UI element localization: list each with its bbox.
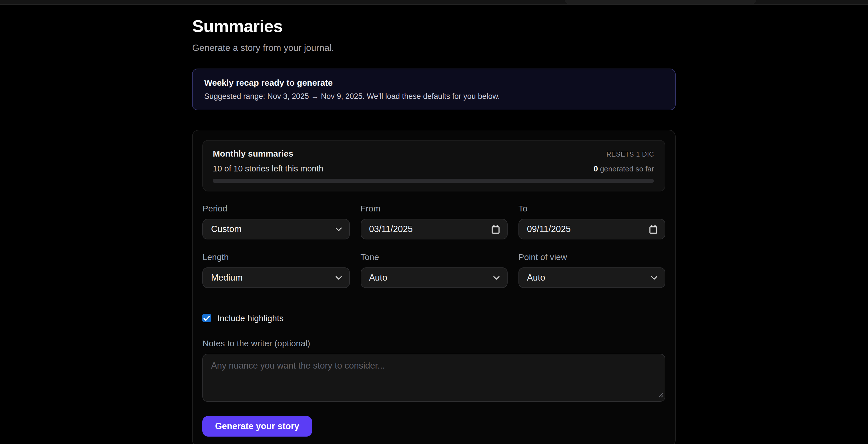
- chevron-down-icon: [493, 276, 500, 280]
- to-date-value: 09/11/2025: [527, 224, 571, 234]
- tone-select[interactable]: Auto: [361, 267, 507, 288]
- include-highlights-row: Include highlights: [203, 313, 665, 323]
- include-highlights-checkbox[interactable]: [203, 314, 211, 322]
- generated-label: generated so far: [598, 165, 654, 173]
- app-screen: Summaries Generate a story from your jou…: [0, 0, 868, 444]
- notes-label: Notes to the writer (optional): [203, 338, 665, 349]
- from-label: From: [361, 203, 507, 214]
- from-date-value: 03/11/2025: [369, 224, 413, 234]
- usage-progress-bar: [213, 179, 654, 183]
- usage-header-row: Monthly summaries RESETS 1 DIC: [213, 149, 654, 158]
- length-label: Length: [203, 251, 350, 263]
- generated-so-far-text: 0 generated so far: [594, 165, 654, 173]
- length-value: Medium: [211, 273, 243, 283]
- length-field-group: Length Medium: [203, 251, 350, 288]
- monthly-usage-card: Monthly summaries RESETS 1 DIC 10 of 10 …: [203, 140, 665, 191]
- chevron-down-icon: [335, 227, 342, 231]
- weekly-recap-notice: Weekly recap ready to generate Suggested…: [192, 69, 676, 110]
- notes-textarea-wrap: [203, 354, 665, 402]
- pov-value: Auto: [527, 273, 545, 283]
- usage-stats-row: 10 of 10 stories left this month 0 gener…: [213, 164, 654, 173]
- to-date-input[interactable]: 09/11/2025: [519, 219, 665, 240]
- to-label: To: [519, 203, 665, 214]
- pov-field-group: Point of view Auto: [519, 251, 665, 288]
- tone-label: Tone: [361, 251, 507, 263]
- pov-label: Point of view: [519, 251, 665, 263]
- usage-title: Monthly summaries: [213, 149, 293, 158]
- from-date-input[interactable]: 03/11/2025: [361, 219, 507, 240]
- check-icon: [204, 313, 210, 323]
- form-row-dates: Period Custom From 03/11/2025: [203, 203, 665, 240]
- tone-field-group: Tone Auto: [361, 251, 507, 288]
- chevron-down-icon: [651, 276, 658, 280]
- notice-title: Weekly recap ready to generate: [204, 76, 664, 89]
- tone-value: Auto: [369, 273, 387, 283]
- include-highlights-label[interactable]: Include highlights: [217, 313, 284, 323]
- generator-card: Monthly summaries RESETS 1 DIC 10 of 10 …: [192, 130, 676, 444]
- period-field-group: Period Custom: [203, 203, 350, 240]
- notes-textarea[interactable]: [203, 354, 665, 402]
- period-label: Period: [203, 203, 350, 214]
- stories-remaining-text: 10 of 10 stories left this month: [213, 164, 323, 173]
- generate-story-button[interactable]: Generate your story: [203, 416, 312, 437]
- calendar-icon[interactable]: [492, 225, 500, 233]
- generated-count: 0: [594, 165, 598, 173]
- form-row-style: Length Medium Tone Auto: [203, 251, 665, 288]
- calendar-icon[interactable]: [650, 225, 658, 233]
- usage-resets-label: RESETS 1 DIC: [607, 151, 654, 158]
- page-title: Summaries: [192, 16, 676, 37]
- summaries-page: Summaries Generate a story from your jou…: [192, 0, 676, 444]
- notice-description: Suggested range: Nov 3, 2025 → Nov 9, 20…: [204, 91, 664, 102]
- to-field-group: To 09/11/2025: [519, 203, 665, 240]
- length-select[interactable]: Medium: [203, 267, 350, 288]
- period-value: Custom: [211, 224, 242, 234]
- page-subtitle: Generate a story from your journal.: [192, 42, 676, 54]
- chevron-down-icon: [335, 276, 342, 280]
- pov-select[interactable]: Auto: [519, 267, 665, 288]
- period-select[interactable]: Custom: [203, 219, 350, 240]
- from-field-group: From 03/11/2025: [361, 203, 507, 240]
